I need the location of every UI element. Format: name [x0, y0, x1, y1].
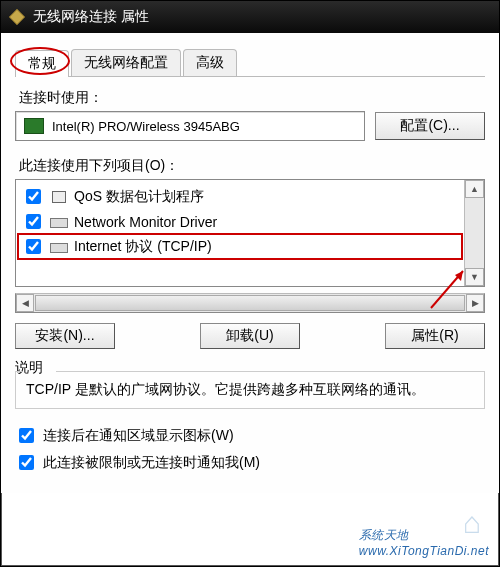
item-nm-label: Network Monitor Driver — [74, 214, 217, 230]
notify-limited-checkbox[interactable] — [19, 455, 34, 470]
nic-icon — [24, 118, 44, 134]
scroll-down-icon[interactable]: ▼ — [465, 268, 484, 286]
tab-advanced-label: 高级 — [196, 54, 224, 70]
watermark-brand: 系统天地 — [359, 528, 409, 542]
tab-wireless[interactable]: 无线网络配置 — [71, 49, 181, 76]
scroll-track[interactable] — [465, 198, 484, 268]
items-label: 此连接使用下列项目(O)： — [19, 157, 485, 175]
item-qos-label: QoS 数据包计划程序 — [74, 188, 204, 206]
tab-general[interactable]: 常规 — [15, 50, 69, 77]
tab-wireless-label: 无线网络配置 — [84, 54, 168, 70]
tcpip-icon — [50, 239, 68, 255]
properties-button[interactable]: 属性(R) — [385, 323, 485, 349]
qos-icon — [50, 189, 68, 205]
scroll-up-icon[interactable]: ▲ — [465, 180, 484, 198]
description-text: TCP/IP 是默认的广域网协议。它提供跨越多种互联网络的通讯。 — [26, 381, 425, 397]
horizontal-scrollbar[interactable]: ◀ ▶ — [15, 293, 485, 313]
scroll-left-icon[interactable]: ◀ — [16, 294, 34, 312]
list-item-tcpip[interactable]: Internet 协议 (TCP/IP) — [18, 234, 462, 259]
item-tcpip-label: Internet 协议 (TCP/IP) — [74, 238, 212, 256]
tab-advanced[interactable]: 高级 — [183, 49, 237, 76]
uninstall-button[interactable]: 卸载(U) — [200, 323, 300, 349]
watermark-logo: ⌂ — [463, 506, 481, 540]
items-list[interactable]: QoS 数据包计划程序 Network Monitor Driver Inter… — [16, 180, 464, 286]
titlebar[interactable]: 无线网络连接 属性 — [1, 1, 499, 33]
show-icon-checkbox[interactable] — [19, 428, 34, 443]
dialog-content: 常规 无线网络配置 高级 连接时使用： Intel(R) PRO/Wireles… — [1, 33, 499, 493]
tab-general-label: 常规 — [28, 55, 56, 71]
adapter-box: Intel(R) PRO/Wireless 3945ABG — [15, 111, 365, 141]
show-icon-row: 连接后在通知区域显示图标(W) — [15, 425, 485, 446]
list-item-nm[interactable]: Network Monitor Driver — [18, 209, 462, 234]
adapter-name: Intel(R) PRO/Wireless 3945ABG — [52, 119, 240, 134]
scroll-thumb[interactable] — [35, 295, 465, 311]
adapter-row: Intel(R) PRO/Wireless 3945ABG 配置(C)... — [15, 111, 485, 141]
install-button[interactable]: 安装(N)... — [15, 323, 115, 349]
configure-button[interactable]: 配置(C)... — [375, 112, 485, 140]
window-title: 无线网络连接 属性 — [33, 8, 149, 26]
description-box: TCP/IP 是默认的广域网协议。它提供跨越多种互联网络的通讯。 — [15, 371, 485, 409]
network-monitor-icon — [50, 214, 68, 230]
list-item-qos[interactable]: QoS 数据包计划程序 — [18, 184, 462, 209]
checkbox-tcpip[interactable] — [26, 239, 41, 254]
notify-limited-row: 此连接被限制或无连接时通知我(M) — [15, 452, 485, 473]
watermark: 系统天地 www.XiTongTianDi.net — [359, 527, 489, 558]
connect-using-label: 连接时使用： — [19, 89, 485, 107]
properties-dialog: 无线网络连接 属性 常规 无线网络配置 高级 连接时使用： Intel(R) P… — [0, 0, 500, 567]
checkbox-nm[interactable] — [26, 214, 41, 229]
watermark-url: www.XiTongTianDi.net — [359, 544, 489, 558]
scroll-right-icon[interactable]: ▶ — [466, 294, 484, 312]
window-icon — [9, 9, 25, 25]
tab-bar: 常规 无线网络配置 高级 — [15, 49, 485, 77]
items-listbox: QoS 数据包计划程序 Network Monitor Driver Inter… — [15, 179, 485, 287]
item-buttons: 安装(N)... 卸载(U) 属性(R) — [15, 323, 485, 349]
description-group: 说明 TCP/IP 是默认的广域网协议。它提供跨越多种互联网络的通讯。 — [15, 359, 485, 409]
vertical-scrollbar[interactable]: ▲ ▼ — [464, 180, 484, 286]
checkbox-qos[interactable] — [26, 189, 41, 204]
show-icon-label: 连接后在通知区域显示图标(W) — [43, 427, 234, 445]
notify-limited-label: 此连接被限制或无连接时通知我(M) — [43, 454, 260, 472]
